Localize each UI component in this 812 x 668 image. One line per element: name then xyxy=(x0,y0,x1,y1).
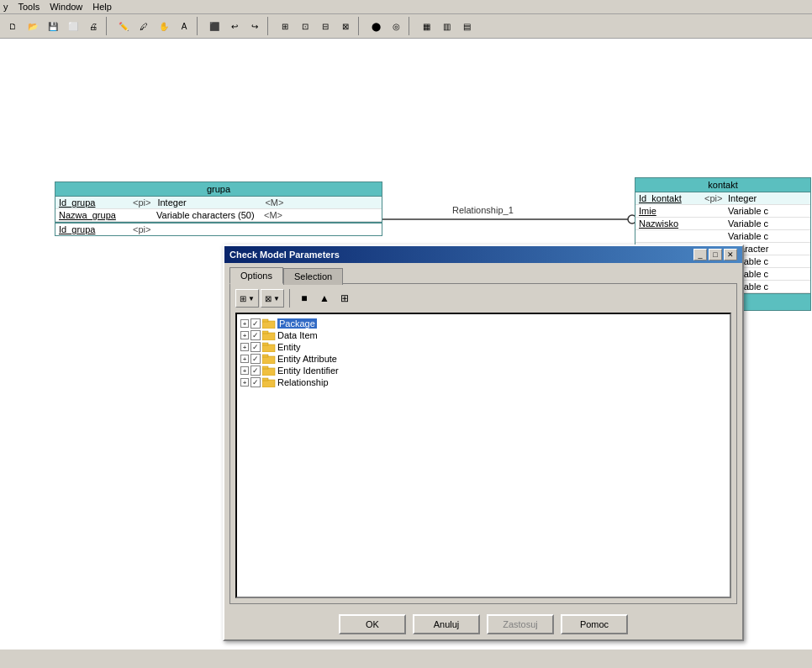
entity-row: Nazwa_grupa Variable characters (50) <M> xyxy=(55,209,382,222)
tree-checkbox-package[interactable] xyxy=(250,318,261,329)
dialog-maximize-btn[interactable]: □ xyxy=(709,249,722,260)
entity-cell: <pi> xyxy=(133,224,150,234)
tree-label-entity: Entity xyxy=(277,342,301,352)
tree-label-entityident: Entity Identifier xyxy=(277,366,339,376)
entity-cell: <pi> xyxy=(704,193,721,203)
toolbar: 🗋 📂 💾 ⬜ 🖨 ✏️ 🖊 ✋ A ⬛ ↩ ↪ ⊞ ⊡ ⊟ ⊠ ⬤ ◎ ▦ ▥… xyxy=(0,14,812,39)
toolbar-btn-new[interactable]: 🗋 xyxy=(3,17,22,35)
dialog-tool-icon-btn-3[interactable]: ⊞ xyxy=(335,289,354,308)
dialog-close-btn[interactable]: ✕ xyxy=(724,249,737,260)
tab-options[interactable]: Options xyxy=(229,267,283,284)
entity-cell xyxy=(704,231,721,241)
toolbar-btn-7[interactable]: 🖊 xyxy=(134,17,153,35)
toolbar-btn-11[interactable]: ↩ xyxy=(225,17,244,35)
dialog-tool-btn-2[interactable]: ⊠ ▼ xyxy=(261,289,284,308)
tree-item-package[interactable]: + Package xyxy=(240,318,726,329)
tree-label-relationship: Relationship xyxy=(277,377,329,387)
tree-expand-entityident[interactable]: + xyxy=(240,366,249,375)
tree-expand-package[interactable]: + xyxy=(240,319,249,328)
toolbar-btn-19[interactable]: ▦ xyxy=(417,17,435,35)
entity-row: Id_grupa <pi> Integer <M> xyxy=(55,197,382,209)
entity-cell xyxy=(639,231,698,241)
toolbar-btn-15[interactable]: ⊟ xyxy=(316,17,335,35)
entity-cell: Nazwa_grupa xyxy=(59,210,126,220)
svg-rect-13 xyxy=(262,378,268,381)
toolbar-btn-6[interactable]: ✏️ xyxy=(114,17,133,35)
toolbar-btn-14[interactable]: ⊡ xyxy=(296,17,314,35)
toolbar-btn-8[interactable]: ✋ xyxy=(155,17,173,35)
entity-cell: Nazwisko xyxy=(639,218,698,229)
tree-checkbox-relationship[interactable] xyxy=(250,377,261,387)
toolbar-btn-21[interactable]: ▤ xyxy=(457,17,476,35)
entity-cell: Id_grupa xyxy=(59,197,126,208)
tree-expand-dataitem[interactable]: + xyxy=(240,331,249,339)
tree-checkbox-dataitem[interactable] xyxy=(250,330,261,340)
entity-cell xyxy=(704,206,721,216)
entity-cell xyxy=(704,218,721,229)
dialog-tab-content: ⊞ ▼ ⊠ ▼ ■ ▲ ⊞ + xyxy=(229,283,737,604)
dialog-controls: _ □ ✕ xyxy=(693,249,737,260)
tree-item-entity[interactable]: + Entity xyxy=(240,341,726,353)
folder-icon-package xyxy=(262,318,276,329)
menu-window[interactable]: Window xyxy=(50,2,82,12)
tree-expand-relationship[interactable]: + xyxy=(240,378,249,387)
toolbar-btn-9[interactable]: A xyxy=(175,17,193,35)
tree-item-entityident[interactable]: + Entity Identifier xyxy=(240,365,726,376)
entity-cell: Id_kontakt xyxy=(639,193,698,203)
dialog-minimize-btn[interactable]: _ xyxy=(693,249,707,260)
entity-cell: Variable c xyxy=(728,231,812,241)
tree-expand-entityattr[interactable]: + xyxy=(240,355,249,363)
toolbar-btn-12[interactable]: ↪ xyxy=(245,17,264,35)
svg-rect-9 xyxy=(262,355,268,357)
entity-row: Id_grupa <pi> xyxy=(55,222,382,235)
dialog-tool-icon-btn-2[interactable]: ▲ xyxy=(315,289,334,308)
dialog-tool-btn-1[interactable]: ⊞ ▼ xyxy=(235,289,259,308)
toolbar-btn-18[interactable]: ◎ xyxy=(387,17,405,35)
toolbar-sep-2 xyxy=(197,17,202,35)
entity-row: Nazwisko Variable c xyxy=(635,218,810,230)
folder-icon-relationship xyxy=(262,377,276,387)
ok-button[interactable]: OK xyxy=(339,614,406,634)
tree-item-relationship[interactable]: + Relationship xyxy=(240,376,726,388)
folder-icon-dataitem xyxy=(262,330,276,340)
menu-help[interactable]: Help xyxy=(92,2,112,12)
entity-cell: Id_grupa xyxy=(59,224,126,234)
svg-rect-12 xyxy=(262,380,275,387)
svg-rect-5 xyxy=(262,331,268,334)
entity-cell: <pi> xyxy=(133,197,150,208)
tree-item-entityattr[interactable]: + Entity Attribute xyxy=(240,353,726,365)
cancel-button[interactable]: Anuluj xyxy=(413,614,480,634)
tree-checkbox-entity[interactable] xyxy=(250,342,261,352)
entity-cell xyxy=(133,210,150,220)
toolbar-btn-10[interactable]: ⬛ xyxy=(205,17,224,35)
help-button[interactable]: Pomoc xyxy=(561,614,628,634)
folder-icon-entityattr xyxy=(262,354,276,364)
menu-y[interactable]: y xyxy=(3,2,8,12)
entity-cell: Imie xyxy=(639,206,698,216)
apply-button[interactable]: Zastosuj xyxy=(487,614,554,634)
menu-tools[interactable]: Tools xyxy=(18,2,40,12)
toolbar-btn-open[interactable]: 📂 xyxy=(24,17,42,35)
dialog-tool-arrow-2: ▼ xyxy=(273,295,280,302)
dialog-tool-icon-btn-1[interactable]: ■ xyxy=(295,289,314,308)
dialog-tabs: Options Selection xyxy=(224,263,742,283)
dialog-tool-icon-1: ⊞ xyxy=(240,294,246,303)
tree-checkbox-entityident[interactable] xyxy=(250,366,261,376)
tree-label-package: Package xyxy=(277,318,317,329)
tab-selection[interactable]: Selection xyxy=(283,268,343,285)
toolbar-sep-5 xyxy=(409,17,414,35)
toolbar-btn-17[interactable]: ⬤ xyxy=(366,17,385,35)
toolbar-btn-16[interactable]: ⊠ xyxy=(336,17,355,35)
toolbar-btn-13[interactable]: ⊞ xyxy=(276,17,294,35)
tree-view[interactable]: + Package + Data Item xyxy=(235,313,731,598)
tree-item-dataitem[interactable]: + Data Item xyxy=(240,329,726,341)
toolbar-btn-save[interactable]: 💾 xyxy=(44,17,62,35)
tree-label-dataitem: Data Item xyxy=(277,330,318,340)
tree-expand-entity[interactable]: + xyxy=(240,343,249,351)
dialog-buttons: OK Anuluj Zastosuj Pomoc xyxy=(224,609,742,639)
toolbar-btn-4[interactable]: ⬜ xyxy=(64,17,82,35)
menubar: y Tools Window Help xyxy=(0,0,812,14)
toolbar-btn-20[interactable]: ▥ xyxy=(437,17,456,35)
tree-checkbox-entityattr[interactable] xyxy=(250,354,261,364)
toolbar-btn-5[interactable]: 🖨 xyxy=(84,17,103,35)
